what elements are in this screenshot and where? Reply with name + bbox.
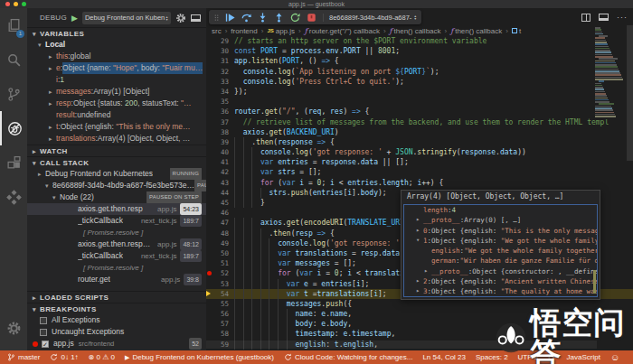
variable-row[interactable]: ▸resp: Object {status: 200, statusText: … bbox=[27, 98, 206, 109]
breakpoint-checkbox[interactable] bbox=[40, 317, 47, 324]
code-line[interactable]: 33 console.log('Press Ctrl+C to quit.'); bbox=[206, 77, 633, 87]
breakpoint-row[interactable]: Uncaught Exceptions bbox=[27, 326, 206, 338]
line-number[interactable]: 29 bbox=[213, 36, 229, 46]
watch-section-header[interactable]: ▸WATCH bbox=[27, 145, 206, 156]
start-debug-icon[interactable]: ▶ bbox=[71, 14, 78, 23]
step-into-button[interactable] bbox=[258, 13, 268, 23]
code-line[interactable]: 58 timestamp: e.timestamp, bbox=[206, 329, 633, 339]
line-number[interactable]: 56 bbox=[213, 309, 229, 319]
variable-row[interactable]: ▸translations: Array(4) [Object, Object,… bbox=[27, 133, 206, 145]
line-number[interactable]: 32 bbox=[213, 67, 229, 77]
popup-variable-row[interactable]: german: "Wir haben die ganze Familie für… bbox=[404, 256, 597, 266]
breadcrumb-item[interactable]: ƒrouter.get("/") callback bbox=[305, 27, 380, 35]
popup-variable-row[interactable]: length: 4 bbox=[404, 205, 597, 215]
code-line[interactable]: 32 console.log(`App listening on port ${… bbox=[206, 67, 633, 77]
status-item-right-4[interactable]: JavaScript bbox=[567, 353, 600, 361]
stack-frame-row[interactable]: _tickCallbacknext_tick.js189:7 bbox=[27, 250, 206, 262]
line-number[interactable]: 33 bbox=[213, 77, 229, 87]
variable-row[interactable]: ▸this: global bbox=[27, 51, 206, 62]
popup-variable-row[interactable]: english: "We got the whole family togeth… bbox=[404, 246, 597, 256]
code-line[interactable]: 37 // retrieve list of messages from the… bbox=[206, 117, 633, 127]
horizontal-scrollbar[interactable] bbox=[206, 341, 597, 349]
breadcrumb-item[interactable]: src bbox=[212, 27, 222, 35]
code-line[interactable]: 56 name: e.name, bbox=[206, 309, 633, 319]
settings-gear-icon[interactable] bbox=[0, 311, 27, 345]
minimize-traffic-light[interactable] bbox=[14, 2, 18, 6]
popup-variable-row[interactable]: ▸0: Object {english: "This is the only m… bbox=[404, 226, 597, 236]
step-out-button[interactable] bbox=[274, 13, 284, 23]
status-item-sync-1[interactable]: 0↓ 1↑ bbox=[50, 353, 78, 361]
debug-console-icon[interactable] bbox=[191, 13, 201, 23]
code-line[interactable]: 39 .then(response => { bbox=[206, 137, 633, 147]
status-item-branch-0[interactable]: master bbox=[7, 353, 40, 361]
variable-row[interactable]: i: 1 bbox=[27, 74, 206, 86]
step-over-button[interactable] bbox=[241, 13, 251, 23]
line-number[interactable]: 55 bbox=[213, 299, 229, 309]
close-traffic-light[interactable] bbox=[5, 2, 10, 6]
breadcrumb-item[interactable]: t bbox=[512, 27, 521, 35]
restart-button[interactable] bbox=[290, 13, 300, 23]
line-number[interactable]: 42 bbox=[213, 167, 229, 177]
line-number[interactable]: 47 bbox=[213, 218, 229, 228]
continue-button[interactable] bbox=[225, 13, 235, 23]
breakpoint-row[interactable]: ✓app.jssrc/frontend52 bbox=[27, 338, 206, 350]
more-actions-icon[interactable]: ··· bbox=[617, 13, 628, 22]
line-number[interactable]: 44 bbox=[213, 188, 229, 198]
line-number[interactable]: 51 bbox=[213, 258, 229, 268]
call-stack-section-header[interactable]: ▾CALL STACK bbox=[27, 156, 206, 168]
status-item-right-3[interactable]: LF bbox=[548, 353, 556, 361]
line-number[interactable]: 49 bbox=[213, 238, 229, 248]
popup-variable-row[interactable]: ▸__proto__: Object {constructor: , __def… bbox=[404, 266, 597, 276]
line-number[interactable]: 30 bbox=[213, 46, 229, 56]
line-number[interactable]: 52 bbox=[213, 268, 229, 278]
code-line[interactable]: 57 body: e.body, bbox=[206, 319, 633, 329]
popup-variable-row[interactable]: ▾1: Object {english: "We got the whole f… bbox=[404, 236, 597, 246]
status-item-errwarn-2[interactable]: ⊗ 0 ⚠ 0 bbox=[89, 353, 115, 361]
breadcrumb-item[interactable]: frontend bbox=[231, 27, 257, 35]
line-number[interactable]: 57 bbox=[213, 319, 229, 329]
popup-variable-row[interactable]: ▸3: Object {english: "The quality at hom… bbox=[404, 286, 597, 296]
code-line[interactable]: 41 var entries = response.data || []; bbox=[206, 157, 633, 167]
status-item-right-1[interactable]: Spaces: 2 bbox=[476, 353, 508, 361]
stack-frame-row[interactable]: axios.get.then.responseapp.js48:12 bbox=[27, 238, 206, 250]
breadcrumb-item[interactable]: ƒthen() callback bbox=[390, 27, 441, 35]
variables-section-header[interactable]: ▾VARIABLES bbox=[27, 27, 206, 39]
vertical-scrollbar[interactable] bbox=[627, 25, 633, 161]
code-line[interactable]: 55 messages.push({ bbox=[206, 299, 633, 309]
zoom-traffic-light[interactable] bbox=[22, 2, 26, 6]
session-row[interactable]: ▾8e66889f-3d4b-4bd9-a687-f5e3be573e6bPAU… bbox=[27, 180, 206, 191]
line-number[interactable]: 54 bbox=[213, 289, 229, 299]
cloud-code-icon[interactable] bbox=[0, 180, 27, 214]
code-line[interactable]: 31app.listen(PORT, () => { bbox=[206, 56, 633, 66]
debug-session-dropdown[interactable]: 8e66889f-3d4b-4bd9-a687-▴▾ bbox=[323, 14, 416, 22]
code-line[interactable]: 38 axios.get(BACKEND_URI) bbox=[206, 127, 633, 137]
status-item-right-2[interactable]: UTF-8 bbox=[518, 353, 539, 361]
disconnect-button[interactable] bbox=[307, 13, 316, 23]
line-number[interactable]: 53 bbox=[213, 279, 229, 289]
breakpoint-checkbox[interactable] bbox=[40, 329, 47, 336]
code-line[interactable]: 29// starts an http server on the $PORT … bbox=[206, 36, 633, 46]
line-number[interactable]: 41 bbox=[213, 157, 229, 167]
stack-frame-row[interactable]: router.getapp.js39:8 bbox=[27, 274, 206, 285]
breadcrumb-item[interactable]: ƒthen() callback bbox=[450, 27, 502, 35]
variable-row[interactable]: result: undefined bbox=[27, 109, 206, 121]
source-control-icon[interactable] bbox=[0, 77, 27, 111]
status-item-right-0[interactable]: Ln 54, Col 23 bbox=[422, 353, 466, 361]
line-number[interactable]: 31 bbox=[213, 56, 229, 66]
status-item-play-3[interactable]: ▶Debug Frontend on Kubernetes (guestbook… bbox=[125, 353, 274, 361]
variable-row[interactable]: ▸messages: Array(1) [Object] bbox=[27, 86, 206, 98]
line-number[interactable]: 40 bbox=[213, 147, 229, 157]
line-number[interactable]: 38 bbox=[213, 127, 229, 137]
line-number[interactable]: 45 bbox=[213, 198, 229, 208]
thread-row[interactable]: ▸Debug Frontend on KubernetesRUNNING bbox=[27, 168, 206, 180]
drag-grip-icon[interactable] bbox=[214, 13, 219, 23]
debug-icon[interactable] bbox=[0, 111, 27, 145]
popup-variable-row[interactable]: ▸__proto__: Array(0) [, …] bbox=[404, 215, 597, 225]
breakpoints-section-header[interactable]: ▾BREAKPOINTS bbox=[27, 303, 206, 314]
process-row[interactable]: ▾Node (22)PAUSED ON STEP bbox=[27, 191, 206, 203]
popup-variable-row[interactable]: ▸2: Object {english: "Ancient written Ch… bbox=[404, 276, 597, 286]
breakpoint-row[interactable]: All Exceptions bbox=[27, 314, 206, 326]
toggle-panel-icon[interactable] bbox=[599, 14, 609, 21]
popup-scrollbar[interactable] bbox=[593, 270, 596, 294]
code-line[interactable]: 34}); bbox=[206, 87, 633, 97]
